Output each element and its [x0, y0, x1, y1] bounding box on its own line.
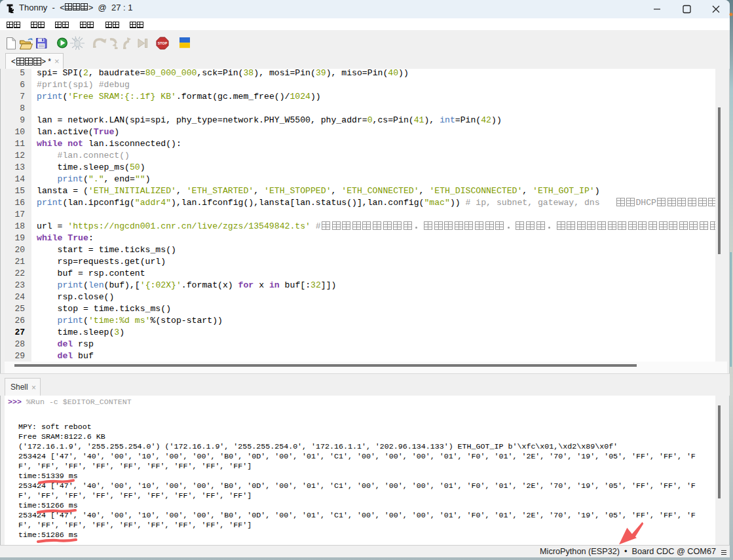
svg-text:STOP: STOP	[158, 41, 168, 45]
